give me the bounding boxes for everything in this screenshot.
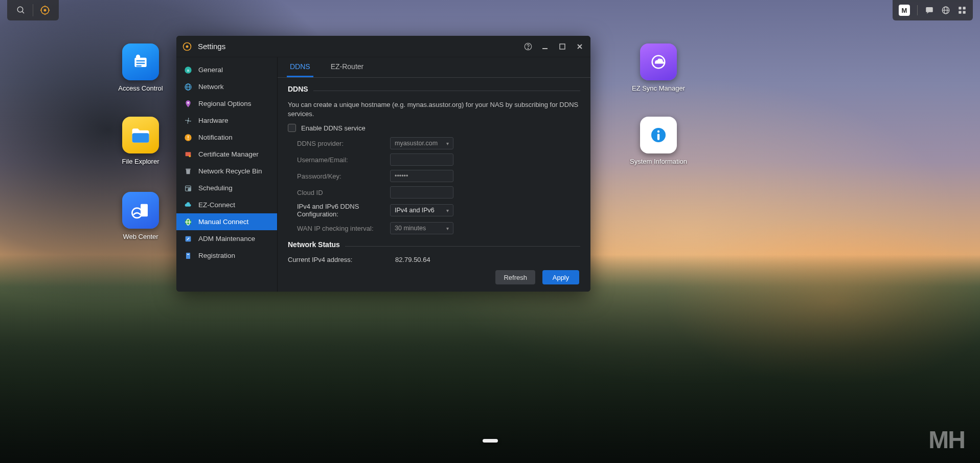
refresh-button[interactable]: Refresh [495, 270, 535, 284]
svg-line-1 [22, 11, 24, 13]
ddns-description: You can create a unique hostname (e.g. m… [288, 100, 580, 119]
svg-rect-18 [136, 63, 145, 64]
maximize-icon[interactable] [559, 43, 568, 50]
interval-select[interactable]: 30 minutes ▾ [390, 222, 453, 234]
taskbar-right: M [893, 0, 973, 20]
ddns-pane: DDNS You can create a unique hostname (e… [278, 78, 590, 263]
tab-ddns[interactable]: DDNS [287, 62, 313, 77]
tab-ez-router[interactable]: EZ-Router [328, 62, 367, 77]
desktop-icon-label: Web Center [123, 233, 158, 240]
desktop-icon-label: EZ Sync Manager [632, 84, 685, 92]
divider-line [313, 91, 580, 91]
desktop-icon-ez-sync[interactable]: EZ Sync Manager [628, 43, 689, 92]
svg-point-30 [186, 45, 189, 48]
sidebar-item-adm-maintenance[interactable]: ADM Maintenance [176, 230, 277, 247]
svg-point-52 [188, 188, 191, 191]
desktop-icon-file-explorer[interactable]: File Explorer [110, 117, 171, 165]
svg-rect-14 [959, 11, 961, 14]
provider-select[interactable]: myasustor.com ▾ [390, 137, 453, 149]
sidebar-item-label: General [198, 66, 223, 74]
username-input[interactable] [390, 153, 453, 166]
apply-button[interactable]: Apply [542, 270, 579, 284]
svg-rect-22 [132, 133, 149, 142]
window-footer: Refresh Apply [278, 263, 590, 292]
sidebar-item-label: ADM Maintenance [198, 235, 255, 242]
svg-rect-8 [926, 7, 933, 12]
window-title: Settings [198, 42, 524, 51]
trash-icon [184, 167, 193, 176]
info-icon [640, 117, 677, 153]
sidebar-item-label: Network Recycle Bin [198, 167, 262, 175]
cloudid-input[interactable] [390, 186, 453, 199]
password-input[interactable]: •••••• [390, 170, 453, 182]
globe-connect-icon [184, 217, 193, 227]
svg-point-0 [17, 7, 23, 12]
minimize-icon[interactable] [541, 43, 551, 50]
svg-rect-34 [560, 44, 565, 49]
desktop-icon-web-center[interactable]: Web Center [110, 192, 171, 240]
enable-ddns-label: Enable DDNS service [301, 124, 366, 132]
sidebar-item-network[interactable]: Network [176, 78, 277, 95]
wrench-icon [184, 234, 193, 244]
close-icon[interactable] [576, 43, 585, 50]
widget-icon[interactable] [958, 6, 967, 15]
register-icon [184, 251, 193, 260]
tab-bar: DDNS EZ-Router [278, 57, 590, 78]
sidebar-item-ez-connect[interactable]: EZ-Connect [176, 196, 277, 213]
cloud-sync-icon [640, 43, 677, 80]
dock-indicator[interactable] [483, 439, 498, 443]
svg-rect-15 [963, 11, 966, 14]
svg-point-46 [188, 139, 189, 140]
sidebar-item-label: Hardware [198, 117, 229, 124]
sidebar-item-network-recycle-bin[interactable]: Network Recycle Bin [176, 163, 277, 180]
settings-content: DDNS EZ-Router DDNS You can create a uni… [278, 57, 590, 292]
svg-point-3 [44, 9, 47, 12]
sidebar-item-label: Regional Options [198, 100, 252, 107]
svg-rect-58 [187, 254, 189, 254]
sidebar-item-label: Certificate Manager [198, 150, 259, 158]
sidebar-item-certificate-manager[interactable]: Certificate Manager [176, 146, 277, 163]
cert-icon [184, 150, 193, 159]
divider-line [345, 246, 580, 247]
ddns-section-title: DDNS [288, 85, 308, 93]
ipconf-label: IPv4 and IPv6 DDNS Configuration: [288, 203, 390, 218]
sidebar-item-label: EZ-Connect [198, 201, 235, 209]
settings-sidebar: aGeneralNetworkRegional OptionsHardwareN… [176, 57, 278, 292]
settings-gear-icon[interactable] [34, 0, 56, 20]
sidebar-item-general[interactable]: aGeneral [176, 61, 277, 78]
sidebar-item-label: Network [198, 83, 224, 91]
taskbar-divider [33, 4, 33, 16]
help-icon[interactable] [524, 42, 533, 51]
desktop: M Access Control File Explorer Web Cente… [0, 0, 980, 463]
desktop-icon-access-control[interactable]: Access Control [110, 43, 171, 92]
sidebar-item-label: Scheduling [198, 184, 233, 192]
svg-rect-21 [137, 57, 140, 59]
ipconf-select[interactable]: IPv4 and IPv6 ▾ [390, 204, 453, 216]
chat-icon[interactable] [925, 6, 934, 15]
svg-rect-12 [959, 7, 961, 9]
sidebar-item-notification[interactable]: Notification [176, 129, 277, 146]
svg-point-43 [187, 120, 189, 122]
divider [917, 5, 918, 15]
folder-icon [122, 117, 159, 153]
search-icon[interactable] [10, 0, 32, 20]
general-icon: a [184, 65, 193, 75]
sidebar-item-manual-connect[interactable]: Manual Connect [176, 213, 277, 230]
enable-ddns-checkbox[interactable] [288, 124, 296, 132]
sidebar-item-scheduling[interactable]: Scheduling [176, 180, 277, 196]
alert-icon [184, 133, 193, 142]
sidebar-item-registration[interactable]: Registration [176, 247, 277, 264]
provider-value: myasustor.com [395, 140, 438, 147]
sidebar-item-regional-options[interactable]: Regional Options [176, 95, 277, 112]
window-titlebar[interactable]: Settings [176, 36, 590, 57]
svg-point-48 [189, 155, 191, 157]
user-badge[interactable]: M [899, 5, 910, 16]
desktop-icon-system-info[interactable]: System Information [628, 117, 689, 165]
fan-icon [184, 116, 193, 125]
world-icon[interactable] [941, 6, 950, 15]
svg-text:a: a [187, 68, 190, 72]
ipconf-value: IPv4 and IPv6 [395, 207, 435, 214]
sidebar-item-hardware[interactable]: Hardware [176, 112, 277, 129]
chevron-down-icon: ▾ [446, 141, 449, 146]
region-icon [184, 99, 193, 108]
